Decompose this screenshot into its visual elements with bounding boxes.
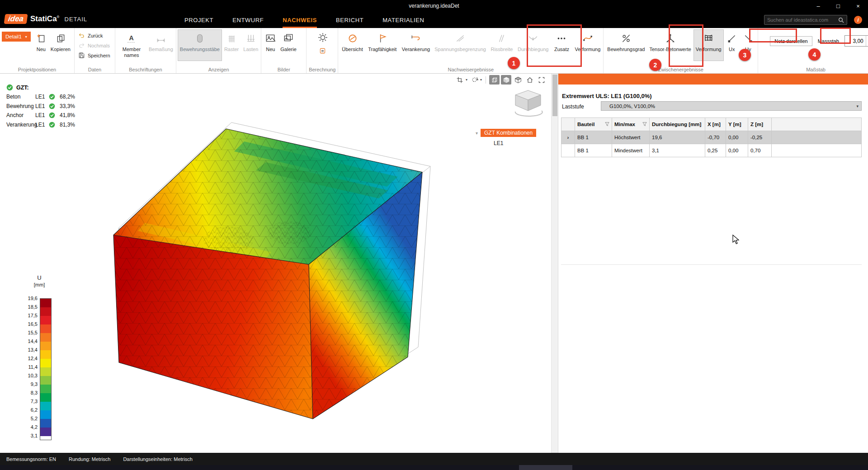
gear-icon[interactable] [317,32,329,43]
shaded-cube-icon[interactable] [501,75,511,85]
filter-icon[interactable] [642,122,647,127]
legend-color-bar [40,298,52,440]
chevron-down-icon[interactable]: ▾ [480,78,482,82]
filter-icon[interactable] [605,122,609,127]
verformung-mesh-button[interactable]: Verformung [694,30,723,61]
chevron-down-icon[interactable]: ▾ [466,78,467,82]
col-filler [772,118,861,131]
orbit-icon[interactable] [469,75,480,85]
table-row[interactable]: BB 1 Mindestwert 3,1 0,25 0,00 0,70 [561,144,861,157]
ribbon: Detail1▾ Neu Kopieren Projektpositionen … [0,28,868,74]
summary-title: GZT: [16,85,29,91]
search-input[interactable] [767,17,835,23]
menu-entwurf[interactable]: ENTWURF [232,12,264,28]
color-legend: U [mm] 19,618,5 17,516,5 15,514,4 13,412… [24,274,55,440]
content-area: GZT: Beton LE1 68,2% Bewehrung LE1 33,3%… [0,74,868,453]
home-icon[interactable] [524,75,535,85]
verankerung-button[interactable]: Verankerung [400,30,432,61]
bewehrungsstaebe-toggle[interactable]: Bewehrungsstäbe [178,30,222,61]
detail1-dropdown[interactable]: Detail1▾ [2,32,31,42]
durchbiegung-button: Durchbiegung [516,30,551,61]
search-box [764,15,847,25]
spinner-up-icon[interactable]: ▴ [866,36,868,41]
member-names-button[interactable]: A Member names [117,30,146,61]
annotation-badge-3: 3 [739,49,751,61]
search-icon[interactable] [838,17,844,23]
table-row[interactable]: › BB 1 Höchstwert 19,6 -0,70 0,00 -0,25 [561,131,861,144]
menu-materialien[interactable]: MATERIALIEN [382,12,424,28]
lasten-button: Lasten [241,30,260,61]
wireframe-cube-icon[interactable] [489,75,500,85]
col-y[interactable]: Y [m] [726,118,748,131]
zusatz-button[interactable]: Zusatz [551,30,572,61]
face-cube-icon[interactable] [513,75,523,85]
scrollbar-thumb[interactable] [552,75,557,116]
dots-icon [556,32,567,45]
save-icon [78,52,85,59]
tragfaehigkeit-button[interactable]: Tragfähigkeit [366,30,399,61]
navigation-cube[interactable] [509,87,547,117]
fit-view-icon[interactable] [536,75,547,85]
massstab-label: Massstab [818,38,839,44]
zurueck-button[interactable]: Zurück [76,31,112,40]
menu-bar: idea StatiCa® DETAIL PROJEKT ENTWURF NAC… [0,12,868,28]
results-table: Bauteil Min/max Durchbiegung [mm] X [m] … [561,118,862,157]
group-label: Zwischenergebnisse [604,67,758,72]
panel-header-bar[interactable] [558,74,868,85]
minimize-button[interactable]: – [808,0,828,12]
group-label: Bilder [261,67,306,72]
mesh-grid-icon [703,32,714,45]
col-z[interactable]: Z [m] [748,118,772,131]
legend-labels: 19,618,5 17,516,5 15,514,4 13,412,4 11,4… [24,294,40,440]
scale-value[interactable]: 3,00 [845,36,866,46]
speichern-button[interactable]: Speichern [76,51,112,60]
chevron-down-icon: ▾ [856,104,861,108]
menu-projekt[interactable]: PROJEKT [184,12,213,28]
summary-row-beton: Beton LE1 68,2% [6,92,75,102]
netz-darstellen-toggle[interactable]: Netz darstellen [770,36,812,46]
spinner-down-icon[interactable]: ▾ [866,41,868,47]
copy-icon [56,32,66,45]
col-x[interactable]: X [m] [705,118,726,131]
laststufe-label: Laststufe [562,103,584,110]
verformung-check-button[interactable]: Verformung [573,30,602,61]
loads-icon [246,32,256,45]
kopieren-button[interactable]: Kopieren [49,30,72,61]
neu-position-button[interactable]: Neu [34,30,48,61]
galerie-button[interactable]: Galerie [278,30,298,61]
deflection-icon [528,32,538,45]
laststufe-select[interactable]: G100,0%, V100,0% ▾ [601,101,862,111]
chevron-down-icon[interactable]: ▾ [476,131,478,136]
group-label: Maßstab [758,67,868,72]
col-minmax[interactable]: Min/max [612,118,650,131]
status-einheiten: Darstellungseinheiten: Metrisch [123,456,192,462]
col-durchbiegung[interactable]: Durchbiegung [mm] [650,118,705,131]
summary-row-verankerung: Verankerung LE1 81,3% [6,120,75,130]
close-button[interactable]: × [848,0,868,12]
menu-bericht[interactable]: BERICHT [336,12,363,28]
check-ok-icon [6,84,13,91]
fem-mesh-3d-view [0,74,551,453]
col-bauteil[interactable]: Bauteil [575,118,612,131]
model-viewport[interactable]: GZT: Beton LE1 68,2% Bewehrung LE1 33,3%… [0,74,551,453]
ribbon-group-nachweisergebnisse: Übersicht Tragfähigkeit Verankerung Span… [338,28,604,73]
info-icon[interactable]: i [854,16,862,24]
bewehrungsgrad-button[interactable]: Bewehrungsgrad [605,30,646,61]
tree-item-gzt-kombinationen[interactable]: GZT Kombinationen [481,129,536,137]
view-toolbar: ▾ ▾ [455,75,547,85]
neu-bild-button[interactable]: Neu [263,30,278,61]
crop-icon[interactable] [455,75,465,85]
calculation-settings-icon[interactable] [319,47,326,55]
strength-flag-icon [377,32,388,45]
scale-spinner[interactable]: 3,00 ▴ ▾ [844,35,868,47]
ribbon-group-daten: Zurück Nochmals Speichern Daten [75,28,115,73]
menu-nachweis[interactable]: NACHWEIS [283,12,317,28]
tree-item-le1[interactable]: LE1 [494,140,536,146]
uebersicht-button[interactable]: Übersicht [340,30,364,61]
ux-button[interactable]: Ux [724,30,740,61]
vertical-scrollbar[interactable] [551,74,558,453]
tensor-betonwerte-button[interactable]: Tensor-Betonwerte [647,30,693,61]
maximize-button[interactable]: □ [828,0,848,12]
tensor-axes-icon [665,32,676,45]
ribbon-group-anzeigen: Bewehrungsstäbe Raster Lasten Anzeigen [176,28,262,73]
